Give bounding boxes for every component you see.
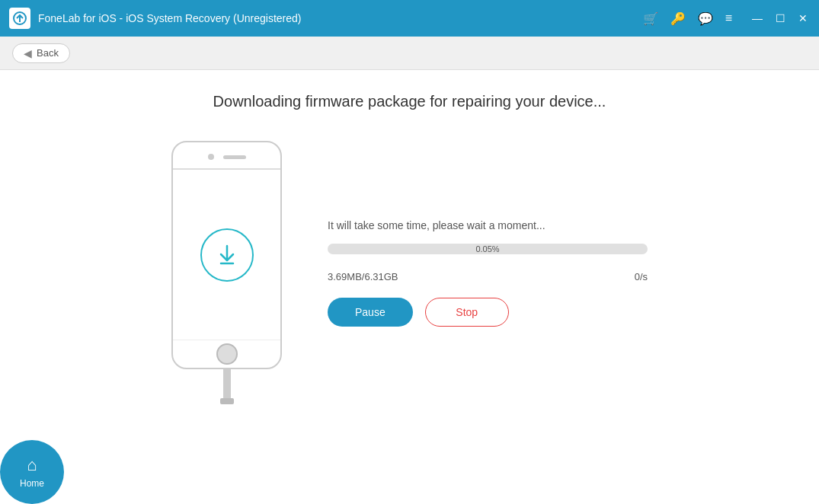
chat-icon[interactable]: 💬 bbox=[698, 11, 713, 26]
app-icon bbox=[9, 8, 30, 29]
key-icon[interactable]: 🔑 bbox=[670, 11, 686, 26]
phone-body bbox=[171, 141, 282, 369]
wait-message: It will take some time, please wait a mo… bbox=[328, 219, 648, 231]
nav-bar: ◀ Back bbox=[0, 37, 819, 70]
close-button[interactable]: ✕ bbox=[796, 12, 810, 24]
downloaded-size: 3.69MB/6.31GB bbox=[328, 271, 398, 282]
home-nav-label: Home bbox=[20, 478, 44, 489]
phone-illustration bbox=[171, 141, 282, 404]
window-controls: — ☐ ✕ bbox=[750, 12, 810, 24]
progress-container: 0.05% bbox=[328, 244, 648, 259]
main-content: Downloading firmware package for repairi… bbox=[0, 70, 819, 504]
minimize-button[interactable]: — bbox=[750, 12, 764, 24]
phone-speaker bbox=[223, 155, 246, 159]
download-speed: 0/s bbox=[635, 271, 648, 282]
download-icon bbox=[200, 228, 254, 282]
title-bar: FoneLab for iOS - iOS System Recovery (U… bbox=[0, 0, 819, 37]
phone-top bbox=[173, 142, 280, 170]
home-nav-button[interactable]: ⌂ Home bbox=[0, 440, 64, 504]
menu-icon[interactable]: ≡ bbox=[725, 11, 732, 25]
back-arrow-icon: ◀ bbox=[24, 47, 32, 59]
phone-home-button bbox=[216, 343, 238, 365]
content-area: It will take some time, please wait a mo… bbox=[171, 141, 648, 404]
stop-button[interactable]: Stop bbox=[425, 298, 509, 327]
pause-button[interactable]: Pause bbox=[328, 298, 413, 327]
phone-cable bbox=[223, 369, 231, 400]
back-label: Back bbox=[37, 47, 59, 59]
maximize-button[interactable]: ☐ bbox=[773, 12, 787, 24]
phone-bottom bbox=[216, 340, 238, 368]
title-bar-left: FoneLab for iOS - iOS System Recovery (U… bbox=[9, 8, 301, 29]
cable-connector bbox=[220, 398, 234, 404]
page-title: Downloading firmware package for repairi… bbox=[213, 93, 606, 110]
cart-icon[interactable]: 🛒 bbox=[643, 11, 658, 26]
home-icon: ⌂ bbox=[27, 455, 37, 475]
back-button[interactable]: ◀ Back bbox=[12, 43, 70, 63]
button-row: Pause Stop bbox=[328, 298, 648, 327]
phone-camera bbox=[208, 154, 214, 160]
info-panel: It will take some time, please wait a mo… bbox=[328, 219, 648, 327]
progress-stats: 3.69MB/6.31GB 0/s bbox=[328, 271, 648, 282]
title-bar-right: 🛒 🔑 💬 ≡ — ☐ ✕ bbox=[643, 11, 810, 26]
phone-screen bbox=[173, 170, 280, 340]
app-title: FoneLab for iOS - iOS System Recovery (U… bbox=[38, 12, 301, 24]
progress-percent-label: 0.05% bbox=[475, 244, 499, 254]
